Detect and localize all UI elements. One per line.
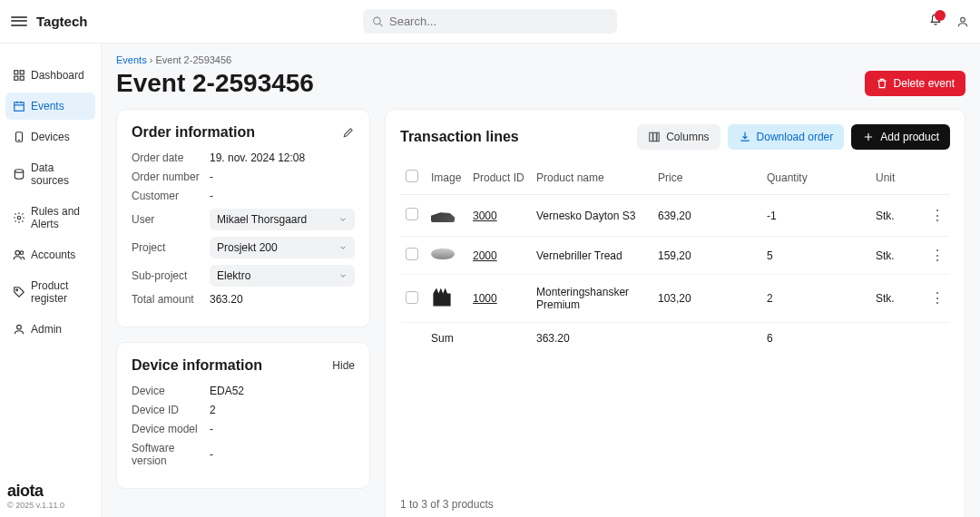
order-info-card: Order information Order date19. nov. 202… xyxy=(116,109,370,327)
notification-badge xyxy=(935,10,946,21)
download-icon xyxy=(739,131,751,143)
subproject-select[interactable]: Elektro xyxy=(210,265,355,287)
unit-cell: Stk. xyxy=(870,275,925,323)
svg-line-1 xyxy=(379,23,382,25)
sidebar-item-devices[interactable]: Devices xyxy=(5,123,95,151)
svg-rect-7 xyxy=(15,102,24,111)
product-name: Monteringshansker Premium xyxy=(531,275,652,323)
sidebar-item-label: Events xyxy=(31,100,64,112)
sidebar-item-rules-and-alerts[interactable]: Rules and Alerts xyxy=(5,198,95,238)
row-menu-icon[interactable]: ⋮ xyxy=(930,208,945,223)
hide-link[interactable]: Hide xyxy=(332,359,355,372)
trash-icon xyxy=(876,77,888,90)
svg-point-14 xyxy=(17,216,21,219)
edit-icon[interactable] xyxy=(342,126,355,139)
topbar: Tagtech xyxy=(0,0,980,44)
svg-point-17 xyxy=(16,289,18,291)
columns-button[interactable]: Columns xyxy=(637,124,720,150)
row-menu-icon[interactable]: ⋮ xyxy=(930,290,945,306)
pagination-info: 1 to 3 of 3 products xyxy=(400,483,950,511)
profile-icon[interactable] xyxy=(956,15,969,28)
product-image xyxy=(431,288,453,307)
users-icon xyxy=(13,249,25,261)
row-menu-icon[interactable]: ⋮ xyxy=(930,248,945,263)
svg-point-0 xyxy=(374,17,381,24)
svg-rect-20 xyxy=(653,132,657,141)
sidebar: DashboardEventsDevicesData sourcesRules … xyxy=(0,44,102,517)
select-all-checkbox[interactable] xyxy=(406,170,418,182)
delete-event-button[interactable]: Delete event xyxy=(865,71,965,96)
sidebar-item-label: Rules and Alerts xyxy=(31,205,88,230)
unit-cell: Stk. xyxy=(870,237,925,275)
notifications-button[interactable] xyxy=(929,14,942,29)
svg-rect-21 xyxy=(657,132,659,141)
row-checkbox[interactable] xyxy=(406,208,418,220)
product-image xyxy=(431,249,455,259)
project-select[interactable]: Prosjekt 200 xyxy=(210,237,355,258)
user-icon xyxy=(13,323,25,336)
footer-logo: aiota xyxy=(7,482,93,501)
sidebar-item-label: Admin xyxy=(31,323,62,336)
plus-icon xyxy=(862,131,875,143)
search-box[interactable] xyxy=(363,9,617,34)
brand: Tagtech xyxy=(36,14,87,29)
table-row: 2000Vernebriller Tread159,205Stk.⋮ xyxy=(400,237,950,275)
breadcrumb: Events › Event 2-2593456 xyxy=(116,54,965,65)
svg-point-16 xyxy=(20,251,24,255)
transactions-panel: Transaction lines Columns Download order xyxy=(385,109,965,517)
sidebar-item-label: Dashboard xyxy=(31,69,84,82)
product-id-link[interactable]: 1000 xyxy=(473,292,497,305)
sidebar-item-product-register[interactable]: Product register xyxy=(5,272,95,312)
transactions-table: Image Product ID Product name Price Quan… xyxy=(400,161,950,356)
qty-cell: 2 xyxy=(761,275,870,323)
product-id-link[interactable]: 3000 xyxy=(473,210,497,222)
sidebar-item-label: Data sources xyxy=(31,161,88,187)
qty-cell: -1 xyxy=(761,195,870,237)
svg-point-18 xyxy=(17,325,22,329)
svg-point-13 xyxy=(15,170,23,173)
product-id-link[interactable]: 2000 xyxy=(473,249,497,262)
device-info-card: Device information Hide DeviceEDA52 Devi… xyxy=(116,342,370,489)
transactions-title: Transaction lines xyxy=(400,129,519,145)
svg-rect-5 xyxy=(15,76,18,80)
user-select[interactable]: Mikael Thorsgaard xyxy=(210,209,355,230)
page-title: Event 2-2593456 xyxy=(116,69,314,98)
sidebar-item-events[interactable]: Events xyxy=(5,93,95,120)
columns-icon xyxy=(648,131,661,143)
device-card-title: Device information xyxy=(132,357,262,374)
sidebar-item-label: Accounts xyxy=(31,249,75,261)
search-icon xyxy=(372,15,384,28)
table-row: 3000Vernesko Dayton S3639,20-1Stk.⋮ xyxy=(400,195,950,237)
sidebar-item-admin[interactable]: Admin xyxy=(5,316,95,343)
svg-rect-4 xyxy=(20,71,24,74)
sidebar-item-dashboard[interactable]: Dashboard xyxy=(5,62,95,89)
sidebar-footer: aiota © 2025 v.1.11.0 xyxy=(0,474,101,517)
sidebar-item-accounts[interactable]: Accounts xyxy=(5,241,95,268)
unit-cell: Stk. xyxy=(870,195,925,237)
chevron-down-icon xyxy=(338,215,348,224)
product-name: Vernesko Dayton S3 xyxy=(531,195,652,237)
svg-point-2 xyxy=(961,17,965,22)
grid-icon xyxy=(13,69,25,82)
product-name: Vernebriller Tread xyxy=(531,237,652,275)
sidebar-item-label: Devices xyxy=(31,131,70,143)
svg-rect-6 xyxy=(20,76,24,80)
chevron-down-icon xyxy=(338,243,348,252)
breadcrumb-root[interactable]: Events xyxy=(116,54,147,65)
device-icon xyxy=(13,131,25,143)
calendar-icon xyxy=(13,100,25,112)
price-cell: 103,20 xyxy=(652,275,761,323)
breadcrumb-current: Event 2-2593456 xyxy=(155,54,231,65)
chevron-down-icon xyxy=(338,271,348,280)
product-image xyxy=(431,206,455,222)
menu-toggle[interactable] xyxy=(11,14,27,30)
tag-icon xyxy=(13,286,25,298)
svg-rect-19 xyxy=(650,132,653,141)
add-product-button[interactable]: Add product xyxy=(851,124,950,150)
search-input[interactable] xyxy=(389,15,608,28)
sidebar-item-data-sources[interactable]: Data sources xyxy=(5,154,95,194)
download-order-button[interactable]: Download order xyxy=(728,124,845,150)
row-checkbox[interactable] xyxy=(406,291,418,304)
row-checkbox[interactable] xyxy=(406,248,418,260)
footer-version: © 2025 v.1.11.0 xyxy=(7,501,93,510)
